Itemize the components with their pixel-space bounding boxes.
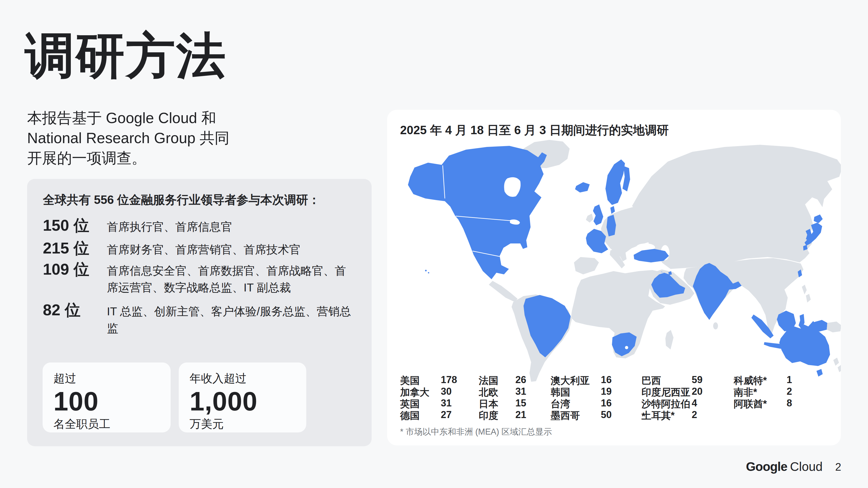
breakdown-roles: 首席执行官、首席信息官 — [107, 217, 356, 235]
map-region-madagascar — [665, 330, 674, 350]
country-label: 阿联酋* — [734, 397, 786, 411]
table-row: 英国31 — [400, 397, 457, 409]
intro-line: 开展的一项调查。 — [27, 148, 287, 168]
breakdown-roles: IT 总监、创新主管、客户体验/服务总监、营销总监 — [107, 301, 356, 337]
country-value: 59 — [692, 374, 703, 386]
stat-card-revenue: 年收入超过 1,000 万美元 — [179, 362, 306, 432]
country-value: 2 — [786, 386, 792, 397]
table-row: 印度尼西亚20 — [642, 386, 703, 397]
map-region-central-america — [489, 281, 518, 302]
table-row: 日本15 — [479, 397, 526, 409]
map-region-philippines — [802, 285, 807, 294]
stat-prefix: 超过 — [54, 370, 160, 386]
country-label: 法国 — [479, 374, 516, 387]
breakdown-roles: 首席财务官、首席营销官、首席技术官 — [107, 240, 356, 258]
breakdown-count: 82 位 — [43, 301, 107, 318]
table-row: 加拿大30 — [400, 386, 457, 397]
country-value: 16 — [601, 374, 612, 386]
map-region-sri-lanka — [713, 322, 718, 329]
breakdown-row: 109 位 首席信息安全官、首席数据官、首席战略官、首席运营官、数字战略总监、I… — [43, 261, 356, 296]
country-table-column: 澳大利亚16 韩国19 台湾16 墨西哥50 — [551, 374, 612, 421]
map-lesotho — [625, 346, 628, 349]
intro-line: 本报告基于 Google Cloud 和 — [27, 108, 287, 128]
google-cloud-logo: GoogleCloud — [746, 459, 822, 474]
country-value: 20 — [692, 386, 703, 397]
breakdown-row: 82 位 IT 总监、创新主管、客户体验/服务总监、营销总监 — [43, 301, 356, 337]
slide: 调研方法 本报告基于 Google Cloud 和 National Resea… — [0, 0, 868, 488]
country-table: 美国178 加拿大30 英国31 德国27 法国26 北欧31 日本15 印度2… — [400, 374, 812, 423]
country-label: 墨西哥 — [551, 409, 601, 422]
country-value: 50 — [601, 409, 612, 421]
country-value: 19 — [601, 386, 612, 397]
country-value: 31 — [441, 397, 452, 409]
country-label: 英国 — [400, 397, 441, 411]
country-table-column: 美国178 加拿大30 英国31 德国27 — [400, 374, 457, 421]
table-row: 美国178 — [400, 374, 457, 386]
stat-value: 100 — [54, 386, 160, 416]
stat-suffix: 名全职员工 — [54, 416, 160, 432]
map-region-iberia — [574, 257, 599, 274]
country-label: 巴西 — [642, 374, 692, 387]
map-region-new-zealand — [838, 364, 841, 372]
breakdown-row: 150 位 首席执行官、首席信息官 — [43, 217, 356, 235]
country-table-column: 巴西59 印度尼西亚20 沙特阿拉伯*4 土耳其*2 — [642, 374, 703, 421]
map-region-tasmania — [816, 369, 823, 377]
page-number: 2 — [830, 461, 846, 473]
country-value: 1 — [786, 374, 792, 386]
map-region-new-guinea-east — [827, 322, 841, 332]
intro-paragraph: 本报告基于 Google Cloud 和 National Research G… — [27, 108, 287, 168]
table-row: 巴西59 — [642, 374, 703, 386]
table-row: 印度21 — [479, 409, 526, 421]
logo-google-text: Google — [746, 459, 787, 474]
country-value: 16 — [601, 397, 612, 409]
table-row: 科威特*1 — [734, 374, 792, 386]
map-region-ireland — [586, 214, 593, 223]
stat-suffix: 万美元 — [190, 416, 296, 432]
country-label: 南非* — [734, 386, 786, 399]
country-value: 31 — [516, 386, 526, 397]
country-label: 澳大利亚 — [551, 374, 601, 387]
table-row: 澳大利亚16 — [551, 374, 612, 386]
country-value: 30 — [441, 386, 452, 397]
table-row: 土耳其*2 — [642, 409, 703, 421]
country-value: 15 — [516, 397, 526, 409]
country-value: 8 — [786, 397, 792, 409]
table-row: 南非*2 — [734, 386, 792, 397]
map-footnote: * 市场以中东和非洲 (MEA) 区域汇总显示 — [400, 426, 552, 437]
table-row: 法国26 — [479, 374, 526, 386]
table-row: 墨西哥50 — [551, 409, 612, 421]
map-region-denmark — [610, 206, 615, 214]
country-label: 土耳其* — [642, 409, 692, 422]
breakdown-count: 109 位 — [43, 261, 107, 278]
table-row: 北欧31 — [479, 386, 526, 397]
breakdown-row: 215 位 首席财务官、首席营销官、首席技术官 — [43, 240, 356, 258]
country-label: 美国 — [400, 374, 441, 387]
country-label: 台湾 — [551, 397, 601, 411]
country-label: 科威特* — [734, 374, 786, 387]
map-region-scandinavia — [606, 159, 625, 205]
table-row: 韩国19 — [551, 386, 612, 397]
panel-heading: 全球共有 556 位金融服务行业领导者参与本次调研： — [43, 193, 356, 207]
table-row: 沙特阿拉伯*4 — [642, 397, 703, 409]
country-table-column: 法国26 北欧31 日本15 印度21 — [479, 374, 526, 421]
table-row: 德国27 — [400, 409, 457, 421]
logo-cloud-text: Cloud — [790, 459, 823, 474]
breakdown-count: 215 位 — [43, 240, 107, 257]
country-value: 2 — [692, 409, 697, 421]
stat-prefix: 年收入超过 — [190, 370, 296, 386]
country-value: 178 — [441, 374, 457, 386]
country-label: 德国 — [400, 409, 441, 422]
map-region-uk — [593, 204, 603, 225]
map-region-turkey — [633, 249, 669, 262]
country-value: 26 — [516, 374, 526, 386]
breakdown-roles: 首席信息安全官、首席数据官、首席战略官、首席运营官、数字战略总监、IT 副总裁 — [107, 261, 356, 296]
country-label: 印度 — [479, 409, 516, 422]
country-label: 加拿大 — [400, 386, 441, 399]
map-region-hawaii — [428, 272, 429, 273]
map-region-japan-hokkaido — [814, 215, 823, 223]
country-table-column: 科威特*1 南非*2 阿联酋*8 — [734, 374, 792, 409]
country-value: 27 — [441, 409, 452, 421]
intro-line: National Research Group 共同 — [27, 128, 287, 148]
survey-breakdown-panel: 全球共有 556 位金融服务行业领导者参与本次调研： 150 位 首席执行官、首… — [27, 179, 372, 446]
stat-card-employees: 超过 100 名全职员工 — [42, 362, 170, 432]
